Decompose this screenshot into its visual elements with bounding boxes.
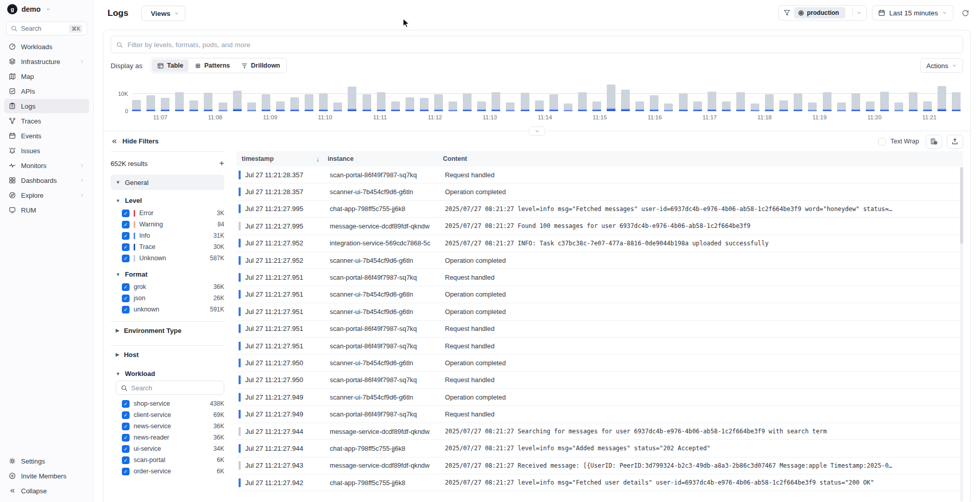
log-row[interactable]: Jul 27 11:21:27.943message-service-dcdf8… xyxy=(237,457,963,474)
sidebar-item-explore[interactable]: Explore xyxy=(4,188,89,202)
filter-section-title[interactable]: ▶Host xyxy=(116,346,231,363)
checkbox-checked-icon[interactable]: ✓ xyxy=(122,423,130,430)
chart-bar[interactable] xyxy=(189,100,198,111)
filter-section-title[interactable]: ▼Level xyxy=(116,197,231,204)
chart-bar[interactable] xyxy=(635,101,644,111)
chart-bar[interactable] xyxy=(952,92,961,111)
filter-section-title[interactable]: ▶Environment Type xyxy=(116,322,231,339)
sidebar-item-infrastructure[interactable]: Infrastructure xyxy=(4,54,89,69)
chart-bar[interactable] xyxy=(564,103,572,111)
chart-bar[interactable] xyxy=(894,102,903,111)
scrollbar-thumb[interactable] xyxy=(960,167,963,244)
column-header-content[interactable]: Content xyxy=(443,155,963,162)
checkbox-checked-icon[interactable]: ✓ xyxy=(122,283,130,291)
chart-bar[interactable] xyxy=(866,101,875,111)
filter-item-ui-service[interactable]: ✓ui-service34K xyxy=(111,443,231,454)
filter-item-order-service[interactable]: ✓order-service6K xyxy=(111,466,231,477)
chart-bar[interactable] xyxy=(851,93,860,111)
sidebar-item-events[interactable]: Events xyxy=(4,129,89,143)
chart-bar[interactable] xyxy=(290,97,299,111)
chart-bar[interactable] xyxy=(693,101,702,111)
log-row[interactable]: Jul 27 11:21:27.952scanner-ui-7b454cf9d6… xyxy=(237,252,963,269)
chart-bar[interactable] xyxy=(161,98,169,111)
checkbox-checked-icon[interactable]: ✓ xyxy=(122,221,130,228)
filter-item-shop-service[interactable]: ✓shop-service438K xyxy=(111,398,231,409)
log-row[interactable]: Jul 27 11:21:27.951scanner-ui-7b454cf9d6… xyxy=(237,286,963,303)
chart-bar[interactable] xyxy=(420,98,429,111)
add-column-button[interactable] xyxy=(926,135,942,149)
chart-bar[interactable] xyxy=(391,101,400,111)
filter-item-news-service[interactable]: ✓news-service36K xyxy=(111,421,231,432)
sidebar-item-dashboards[interactable]: Dashboards xyxy=(4,173,89,187)
chart-bar[interactable] xyxy=(751,103,759,111)
filter-section-title[interactable]: ▼Workload xyxy=(116,370,231,378)
text-wrap-checkbox[interactable] xyxy=(878,138,886,145)
chart-bar[interactable] xyxy=(794,93,802,111)
chart-bar[interactable] xyxy=(463,93,472,111)
display-mode-drilldown[interactable]: Drilldown xyxy=(236,59,285,72)
chart-bar[interactable] xyxy=(233,91,242,111)
chart-bar[interactable] xyxy=(578,92,587,111)
display-mode-patterns[interactable]: Patterns xyxy=(189,59,235,72)
sidebar-item-invite-members[interactable]: Invite Members xyxy=(4,469,89,483)
chart-bar[interactable] xyxy=(708,92,716,111)
sidebar-item-monitors[interactable]: Monitors xyxy=(4,158,89,173)
sidebar-item-traces[interactable]: Traces xyxy=(4,114,89,128)
filter-section-title[interactable]: ▼Format xyxy=(116,270,231,278)
chart-bar[interactable] xyxy=(549,94,558,111)
chart-bar[interactable] xyxy=(664,103,673,111)
filter-item-json[interactable]: ✓json26K xyxy=(111,292,231,304)
filter-chip-production[interactable]: production xyxy=(794,7,845,18)
filter-item-grok[interactable]: ✓grok36K xyxy=(111,281,231,292)
checkbox-checked-icon[interactable]: ✓ xyxy=(122,255,130,262)
chart-bar[interactable] xyxy=(333,102,342,111)
log-row[interactable]: Jul 27 11:21:27.949scanner-ui-7b454cf9d6… xyxy=(237,389,963,406)
chart-bar[interactable] xyxy=(276,101,285,111)
checkbox-checked-icon[interactable]: ✓ xyxy=(122,295,130,302)
checkbox-checked-icon[interactable]: ✓ xyxy=(122,456,130,464)
chart-bar[interactable] xyxy=(607,85,615,111)
chart-bar[interactable] xyxy=(406,97,414,111)
chart-bar[interactable] xyxy=(132,100,141,111)
sidebar-item-settings[interactable]: Settings xyxy=(4,454,89,468)
chart-bar[interactable] xyxy=(736,92,745,111)
chart-bar[interactable] xyxy=(650,95,658,111)
log-row[interactable]: Jul 27 11:21:27.951scan-portal-86f49f798… xyxy=(237,269,963,286)
filter-item-unknown[interactable]: ✓Unknown587K xyxy=(111,253,231,264)
column-header-instance[interactable]: instance xyxy=(328,155,443,162)
chart-bar[interactable] xyxy=(765,94,774,111)
log-row[interactable]: Jul 27 11:21:27.950scanner-ui-7b454cf9d6… xyxy=(237,354,963,371)
checkbox-checked-icon[interactable]: ✓ xyxy=(122,306,130,313)
chart-bar[interactable] xyxy=(348,87,356,111)
log-row[interactable]: Jul 27 11:21:28.357scan-portal-86f49f798… xyxy=(237,166,963,183)
log-row[interactable]: Jul 27 11:21:27.951scan-portal-86f49f798… xyxy=(237,338,963,354)
export-button[interactable] xyxy=(947,135,963,149)
log-filter-input[interactable] xyxy=(127,41,957,49)
chart-bar[interactable] xyxy=(923,101,932,111)
chart-bar[interactable] xyxy=(592,101,601,111)
chart-bar[interactable] xyxy=(506,102,515,111)
chart-bar[interactable] xyxy=(909,92,918,111)
filter-item-unknown[interactable]: ✓unknown591K xyxy=(111,304,231,315)
sidebar-search[interactable]: Search ⌘K xyxy=(6,22,87,35)
sidebar-item-rum[interactable]: RUM xyxy=(4,203,89,217)
checkbox-checked-icon[interactable]: ✓ xyxy=(122,232,130,240)
chart-bar[interactable] xyxy=(621,90,630,111)
chart-bar[interactable] xyxy=(938,86,946,111)
log-row[interactable]: Jul 27 11:21:27.952integration-service-5… xyxy=(237,235,963,252)
checkbox-checked-icon[interactable]: ✓ xyxy=(122,210,130,217)
views-button[interactable]: Views xyxy=(141,6,185,21)
workload-search-input[interactable]: Search xyxy=(116,381,224,395)
log-row[interactable]: Jul 27 11:21:27.942chat-app-798ff5c755-j… xyxy=(237,474,963,491)
hide-filters-button[interactable]: Hide Filters xyxy=(111,137,231,145)
chart-bar[interactable] xyxy=(377,92,386,111)
checkbox-checked-icon[interactable]: ✓ xyxy=(122,445,130,453)
filter-item-trace[interactable]: ✓Trace30K xyxy=(111,241,231,253)
log-row[interactable]: Jul 27 11:21:27.950scan-portal-86f49f798… xyxy=(237,372,963,389)
checkbox-checked-icon[interactable]: ✓ xyxy=(122,468,130,475)
sidebar-item-apis[interactable]: APIs xyxy=(4,84,89,98)
funnel-icon[interactable] xyxy=(783,9,791,16)
chart-bar[interactable] xyxy=(722,101,731,111)
refresh-icon[interactable] xyxy=(958,9,972,17)
sidebar-item-workloads[interactable]: Workloads xyxy=(4,39,89,54)
